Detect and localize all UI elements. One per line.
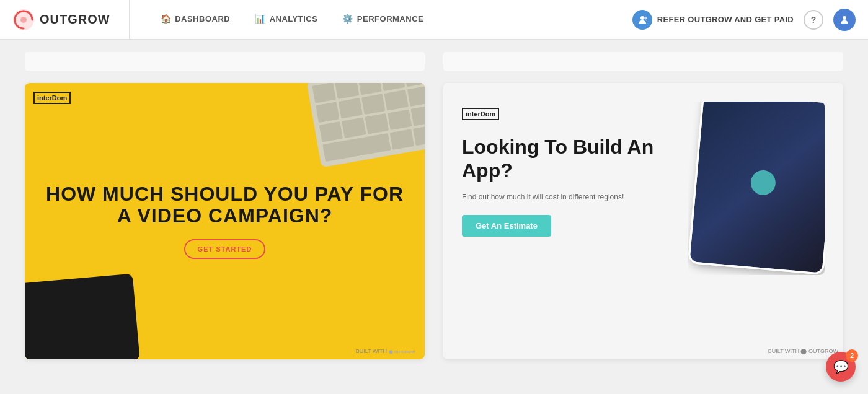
madrid-subtext: Find out how much it will cost in differ… <box>462 191 688 203</box>
outgrow-watermark: ⬤ OUTGROW <box>389 348 420 354</box>
madrid-logo: inter Dom <box>462 108 499 120</box>
main-nav: 🏠 DASHBOARD 📊 ANALYTICS ⚙️ PERFORMANCE <box>148 0 632 40</box>
svg-point-2 <box>640 16 644 20</box>
madrid-cta: Get An Estimate <box>462 215 551 237</box>
svg-point-4 <box>843 16 846 20</box>
strip-right <box>443 52 843 71</box>
madrid-logo-dom: Dom <box>480 110 495 118</box>
chat-icon: 💬 <box>833 359 849 374</box>
svg-point-3 <box>644 16 647 19</box>
phone-mockup <box>688 102 825 275</box>
logo-area: OUTGROW <box>12 0 130 39</box>
nav-analytics[interactable]: 📊 ANALYTICS <box>242 0 330 40</box>
user-avatar[interactable] <box>833 9 856 31</box>
refer-icon <box>632 10 652 30</box>
greek-cta-button: GET STARTED <box>184 239 266 259</box>
madrid-phone-area <box>688 102 825 275</box>
card-greek: inter Dom HOW MUCH SHOULD YOU PAY <box>25 83 425 359</box>
greek-content: HOW MUCH SHOULD YOU PAY FOR A VIDEO CAMP… <box>25 171 425 271</box>
analytics-icon: 📊 <box>255 14 266 24</box>
greek-logo: inter Dom <box>33 92 71 104</box>
top-strip <box>25 52 843 71</box>
greek-logo-dom: Dom <box>52 94 67 102</box>
header: OUTGROW 🏠 DASHBOARD 📊 ANALYTICS ⚙️ PERFO… <box>0 0 868 40</box>
chat-widget[interactable]: 💬 2 <box>826 352 856 382</box>
madrid-left: inter Dom Looking To Build An App? Find … <box>462 102 688 341</box>
logo-text: OUTGROW <box>40 12 110 27</box>
svg-point-1 <box>20 17 27 23</box>
performance-icon: ⚙️ <box>342 14 353 24</box>
greek-logo-inter: inter <box>37 94 52 102</box>
built-with-madrid: BUILT WITH ⬤ OUTGROW <box>768 348 838 354</box>
greek-headline: HOW MUCH SHOULD YOU PAY FOR A VIDEO CAMP… <box>37 183 412 227</box>
nav-performance-label: PERFORMANCE <box>357 14 423 24</box>
card-greek-preview: inter Dom HOW MUCH SHOULD YOU PAY <box>25 83 425 359</box>
refer-button[interactable]: REFER OUTGROW AND GET PAID <box>632 10 794 30</box>
card-madrid-preview: inter Dom Looking To Build An App? Find … <box>443 83 843 359</box>
cards-row: inter Dom HOW MUCH SHOULD YOU PAY <box>25 83 843 359</box>
refer-label: REFER OUTGROW AND GET PAID <box>657 15 794 24</box>
phone-dot <box>750 169 776 196</box>
madrid-headline: Looking To Build An App? <box>462 135 688 183</box>
svg-text:⬤ OUTGROW: ⬤ OUTGROW <box>389 349 415 354</box>
nav-dashboard[interactable]: 🏠 DASHBOARD <box>148 0 243 40</box>
built-with-greek: BUILT WITH ⬤ OUTGROW <box>356 348 420 354</box>
card-madrid: inter Dom Looking To Build An App? Find … <box>443 83 843 359</box>
strip-left <box>25 52 425 71</box>
outgrow-logo-icon <box>12 9 35 31</box>
main-content: inter Dom HOW MUCH SHOULD YOU PAY <box>0 40 868 394</box>
header-right: REFER OUTGROW AND GET PAID ? <box>632 9 856 31</box>
keyboard-mockup <box>306 83 425 167</box>
help-label: ? <box>811 15 817 25</box>
madrid-logo-inter: inter <box>466 110 480 118</box>
home-icon: 🏠 <box>161 14 172 24</box>
nav-performance[interactable]: ⚙️ PERFORMANCE <box>330 0 436 40</box>
nav-analytics-label: ANALYTICS <box>270 14 318 24</box>
built-with-text: BUILT WITH <box>356 348 387 354</box>
built-with-madrid-text: BUILT WITH ⬤ OUTGROW <box>768 348 838 354</box>
help-button[interactable]: ? <box>804 10 823 30</box>
tablet-mockup <box>25 274 140 359</box>
nav-dashboard-label: DASHBOARD <box>175 14 230 24</box>
chat-badge: 2 <box>846 349 858 362</box>
